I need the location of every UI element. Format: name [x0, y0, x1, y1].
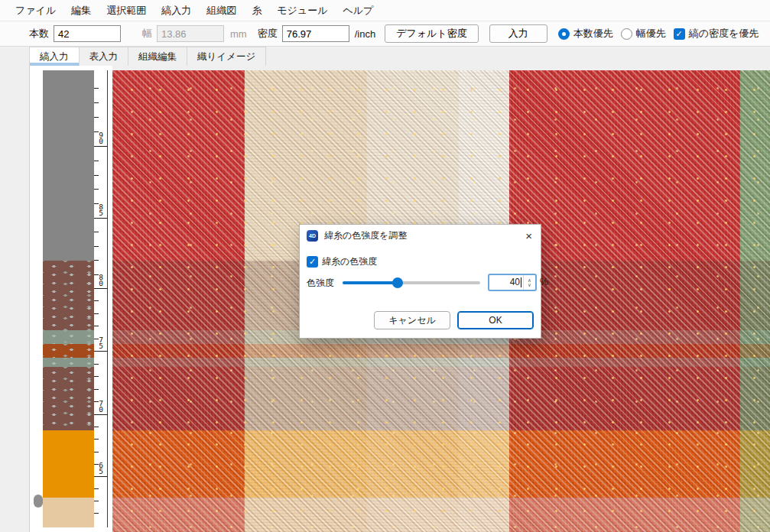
ruler-minor-tick — [94, 389, 99, 390]
weft-intensity-dialog: 4D 緯糸の色強度を調整 × ✓ 緯糸の色強度 色強度 40 ∧∨ % キャンセ… — [299, 224, 541, 339]
weft-band-swatch-6[interactable] — [43, 430, 94, 498]
ruler-minor-tick — [94, 88, 99, 89]
ruler-minor-tick — [94, 501, 99, 501]
menu-item-2[interactable]: 選択範囲 — [99, 1, 154, 21]
menu-item-0[interactable]: ファイル — [8, 1, 63, 21]
width-priority-radio[interactable] — [621, 28, 632, 40]
ruler-minor-tick — [94, 232, 99, 232]
menu-item-3[interactable]: 縞入力 — [154, 1, 199, 21]
tab-0[interactable]: 縞入力 — [29, 47, 80, 66]
ruler-label-75: 75 — [98, 337, 104, 349]
ruler-major-tick — [94, 146, 108, 147]
ruler-label-80: 80 — [98, 274, 104, 287]
weft-band-swatch-2[interactable] — [43, 330, 94, 344]
ruler-minor-tick — [94, 376, 99, 377]
stripe-density-checkbox[interactable]: ✓ — [674, 28, 685, 40]
intensity-slider-fill — [343, 281, 398, 284]
spinner-buttons[interactable]: ∧∨ — [523, 275, 535, 290]
mm-label: mm — [230, 28, 247, 40]
toolbar: 本数 幅 mm 密度 /inch デフォルト密度 入力 本数優先 幅優先 ✓ 縞… — [0, 21, 770, 47]
menu-item-7[interactable]: ヘルプ — [335, 1, 381, 21]
weft-strip-panel: 908580757065 — [29, 66, 112, 532]
tab-1[interactable]: 表入力 — [79, 47, 129, 66]
spinner-down-icon[interactable]: ∨ — [528, 283, 531, 287]
ruler-major-tick — [94, 414, 108, 415]
ruler-minor-tick — [94, 161, 99, 161]
ruler-label-70: 70 — [98, 401, 104, 413]
ruler-minor-tick — [94, 260, 99, 261]
ruler-minor-tick — [94, 439, 99, 440]
weft-band-swatch-7[interactable] — [43, 498, 94, 527]
weft-intensity-checkbox-label: 緯糸の色強度 — [322, 255, 377, 268]
menu-item-5[interactable]: 糸 — [244, 1, 269, 21]
ruler-label-90: 90 — [98, 132, 104, 144]
weft-band-swatch-5[interactable] — [43, 367, 94, 430]
ruler-minor-tick — [94, 488, 99, 489]
width-label: 幅 — [142, 27, 152, 41]
menu-item-6[interactable]: モジュール — [269, 1, 335, 21]
ruler-minor-tick — [94, 513, 99, 514]
dialog-title: 緯糸の色強度を調整 — [324, 229, 408, 242]
ruler-minor-tick — [94, 313, 99, 314]
ruler-minor-tick — [94, 102, 99, 103]
text-caret — [521, 277, 521, 287]
density-label: 密度 — [258, 27, 278, 41]
intensity-slider-thumb[interactable] — [392, 277, 403, 288]
density-input[interactable] — [282, 25, 349, 42]
menu-item-4[interactable]: 組織図 — [199, 1, 244, 21]
intensity-slider-label: 色強度 — [307, 277, 334, 290]
intensity-value: 40 — [489, 275, 521, 290]
ruler-major-tick — [94, 351, 108, 352]
count-label: 本数 — [29, 27, 49, 41]
app-4d-icon: 4D — [307, 230, 318, 242]
default-density-button[interactable]: デフォルト密度 — [385, 24, 479, 43]
tab-bar: 縞入力表入力組織編集織りイメージ — [0, 47, 770, 66]
ruler-major-tick — [94, 476, 108, 477]
ruler-label-85: 85 — [98, 204, 104, 216]
weft-band-swatch-4[interactable] — [43, 358, 94, 367]
dialog-titlebar[interactable]: 4D 緯糸の色強度を調整 × — [300, 225, 541, 246]
vertical-ruler: 908580757065 — [94, 70, 108, 527]
ok-button[interactable]: OK — [457, 311, 534, 329]
cancel-button[interactable]: キャンセル — [374, 311, 450, 329]
ruler-minor-tick — [94, 246, 99, 247]
weft-band-swatch-3[interactable] — [43, 344, 94, 358]
menu-bar: ファイル編集選択範囲縞入力組織図糸モジュールヘルプ — [0, 0, 770, 21]
tab-3[interactable]: 織りイメージ — [187, 47, 266, 66]
ruler-minor-tick — [94, 175, 99, 176]
close-icon[interactable]: × — [524, 230, 534, 242]
width-input — [157, 25, 224, 42]
ruler-minor-tick — [94, 452, 99, 453]
ruler-major-tick — [94, 288, 108, 289]
scrollbar-thumb[interactable] — [34, 495, 43, 508]
intensity-input[interactable]: 40 ∧∨ — [488, 274, 537, 291]
percent-label: % — [540, 277, 548, 287]
inch-label: /inch — [355, 28, 375, 40]
weft-band-swatch-1[interactable] — [43, 261, 94, 330]
tab-2[interactable]: 組織編集 — [128, 47, 187, 66]
intensity-slider-track[interactable] — [343, 281, 480, 284]
ruler-label-65: 65 — [98, 462, 104, 475]
stripe-density-label: 縞の密度を優先 — [689, 27, 759, 41]
ruler-minor-tick — [94, 189, 99, 190]
ruler-major-tick — [94, 218, 108, 219]
count-priority-label: 本数優先 — [573, 27, 613, 41]
menu-item-1[interactable]: 編集 — [63, 1, 99, 21]
ruler-minor-tick — [94, 117, 99, 118]
width-priority-label: 幅優先 — [636, 27, 666, 41]
ruler-minor-tick — [94, 364, 99, 365]
weft-band-swatch-0[interactable] — [43, 70, 94, 261]
count-priority-radio[interactable] — [558, 28, 570, 40]
weft-color-strip[interactable] — [43, 70, 94, 527]
ruler-minor-tick — [94, 300, 99, 301]
input-button[interactable]: 入力 — [489, 24, 547, 43]
weft-intensity-checkbox[interactable]: ✓ — [307, 256, 318, 268]
ruler-minor-tick — [94, 326, 99, 326]
ruler-minor-tick — [94, 427, 99, 427]
ruler-minor-tick — [94, 131, 99, 132]
count-input[interactable] — [54, 25, 121, 42]
